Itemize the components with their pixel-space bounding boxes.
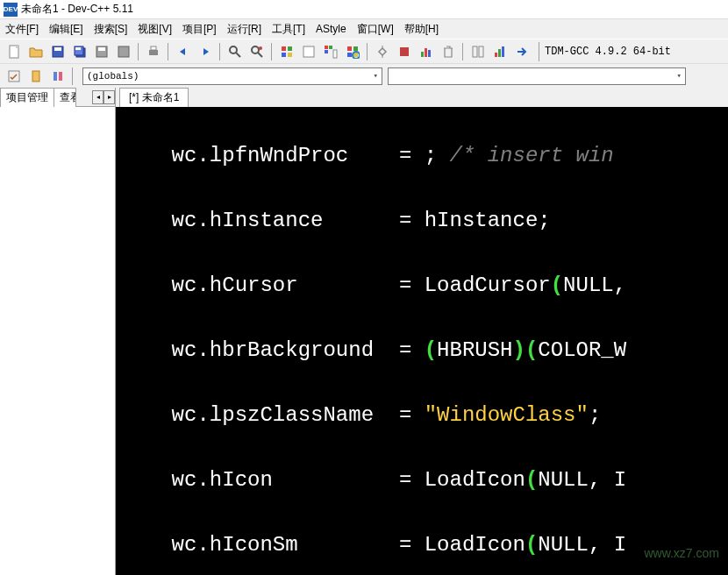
- svg-rect-18: [288, 46, 292, 51]
- watermark: www.xz7.com: [644, 537, 719, 570]
- code-text: wc: [121, 209, 196, 232]
- code-text: = LoadIcon: [399, 533, 525, 557]
- new-file-icon: [7, 45, 21, 59]
- editor-area: [*] 未命名1 wc.lpfnWndProc = ; /* insert wi…: [116, 88, 728, 575]
- bookmark-icon: [29, 69, 43, 83]
- code-text: hInstance: [210, 209, 399, 232]
- toolbar-separator: [219, 43, 220, 60]
- menu-edit[interactable]: 编辑[E]: [46, 20, 87, 39]
- code-text: lpfnWndProc: [210, 144, 399, 167]
- toolbar-separator: [462, 43, 463, 60]
- menu-tools[interactable]: 工具[T]: [268, 20, 309, 39]
- toggle-panel-button[interactable]: [467, 41, 488, 61]
- delete-profile-button[interactable]: [438, 41, 458, 61]
- svg-rect-35: [473, 46, 477, 57]
- svg-rect-39: [502, 46, 504, 57]
- compile-run-button[interactable]: [320, 41, 340, 61]
- window-title: 未命名1 - Dev-C++ 5.11: [21, 2, 133, 17]
- svg-rect-21: [303, 46, 314, 57]
- stop-button[interactable]: [394, 41, 414, 61]
- code-text: NULL: [538, 468, 589, 492]
- find-icon: [228, 45, 242, 59]
- rebuild-icon: [346, 45, 360, 59]
- code-text: ,: [614, 273, 626, 297]
- profile-icon: [419, 45, 433, 59]
- code-text: .: [196, 209, 209, 232]
- menu-project[interactable]: 项目[P]: [179, 20, 220, 39]
- svg-rect-37: [495, 53, 497, 57]
- svg-point-12: [230, 46, 237, 53]
- redo-button[interactable]: [195, 41, 215, 61]
- save-as-button[interactable]: [91, 41, 111, 61]
- menu-astyle[interactable]: AStyle: [312, 21, 350, 37]
- profile-button[interactable]: [416, 41, 436, 61]
- code-bracket: (: [525, 533, 538, 557]
- code-text: COLOR_W: [538, 338, 626, 362]
- code-comment: /* insert win: [450, 144, 614, 167]
- undo-icon: [176, 45, 190, 59]
- sidebar-tab-nav: ◂ ▸: [92, 90, 115, 104]
- find-button[interactable]: [225, 41, 245, 61]
- code-text: hbrBackground: [210, 338, 399, 362]
- new-file-button[interactable]: [4, 41, 24, 61]
- open-button[interactable]: [25, 41, 46, 61]
- chevron-down-icon: ▾: [374, 71, 378, 81]
- menu-view[interactable]: 视图[V]: [134, 20, 175, 39]
- code-text: , I: [589, 533, 626, 557]
- goto-bookmark-button[interactable]: [47, 66, 68, 86]
- close-button[interactable]: [113, 41, 133, 61]
- sidebar-tab-view[interactable]: 查看: [54, 88, 76, 107]
- code-text: .: [196, 338, 209, 362]
- sidebar-tab-project[interactable]: 项目管理: [0, 88, 54, 107]
- editor-tab-file[interactable]: [*] 未命名1: [119, 88, 189, 107]
- tab-scroll-left-button[interactable]: ◂: [92, 90, 103, 104]
- code-text: , I: [589, 468, 626, 492]
- debug-button[interactable]: [372, 41, 392, 61]
- menu-window[interactable]: 窗口[W]: [353, 20, 397, 39]
- arrow-right-icon: [515, 45, 529, 59]
- svg-rect-27: [353, 46, 358, 51]
- code-text: wc: [121, 273, 196, 297]
- code-bracket: (: [525, 468, 538, 492]
- goto-button[interactable]: [511, 41, 532, 61]
- menu-search[interactable]: 搜索[S]: [90, 20, 132, 39]
- compile-button[interactable]: [276, 41, 296, 61]
- run-button[interactable]: [298, 41, 318, 61]
- menu-file[interactable]: 文件[F]: [2, 20, 42, 39]
- toolbar-main: TDM-GCC 4.9.2 64-bit: [0, 39, 728, 63]
- code-editor[interactable]: wc.lpfnWndProc = ; /* insert win wc.hIns…: [116, 107, 728, 575]
- svg-rect-34: [428, 50, 431, 57]
- members-combo[interactable]: ▾: [388, 67, 686, 85]
- save-all-button[interactable]: [69, 41, 89, 61]
- undo-button[interactable]: [173, 41, 193, 61]
- svg-rect-19: [282, 53, 286, 57]
- replace-button[interactable]: [246, 41, 267, 61]
- scope-combo[interactable]: (globals) ▾: [82, 67, 382, 85]
- code-text: .: [196, 144, 209, 167]
- menu-help[interactable]: 帮助[H]: [401, 20, 442, 39]
- insert-button[interactable]: [4, 66, 24, 86]
- compile-icon: [280, 45, 294, 59]
- title-bar: DEV 未命名1 - Dev-C++ 5.11: [0, 0, 728, 19]
- rebuild-button[interactable]: [342, 41, 362, 61]
- bookmark-button[interactable]: [25, 66, 46, 86]
- svg-rect-28: [347, 53, 352, 57]
- print-button[interactable]: [143, 41, 163, 61]
- save-button[interactable]: [47, 41, 68, 61]
- print-icon: [146, 45, 161, 59]
- svg-rect-17: [282, 46, 286, 51]
- chart-button[interactable]: [489, 41, 510, 61]
- toolbar-separator: [72, 67, 73, 85]
- svg-rect-25: [333, 50, 337, 58]
- code-text: wc: [121, 338, 196, 362]
- redo-icon: [198, 45, 212, 59]
- tab-scroll-right-button[interactable]: ▸: [103, 90, 115, 104]
- svg-rect-31: [400, 47, 409, 56]
- menu-run[interactable]: 运行[R]: [224, 20, 265, 39]
- code-text: = hInstance: [399, 209, 538, 232]
- code-text: NULL: [563, 273, 614, 297]
- svg-rect-1: [16, 46, 18, 48]
- svg-rect-3: [54, 47, 61, 51]
- code-bracket: (: [551, 273, 563, 297]
- save-all-icon: [73, 45, 87, 59]
